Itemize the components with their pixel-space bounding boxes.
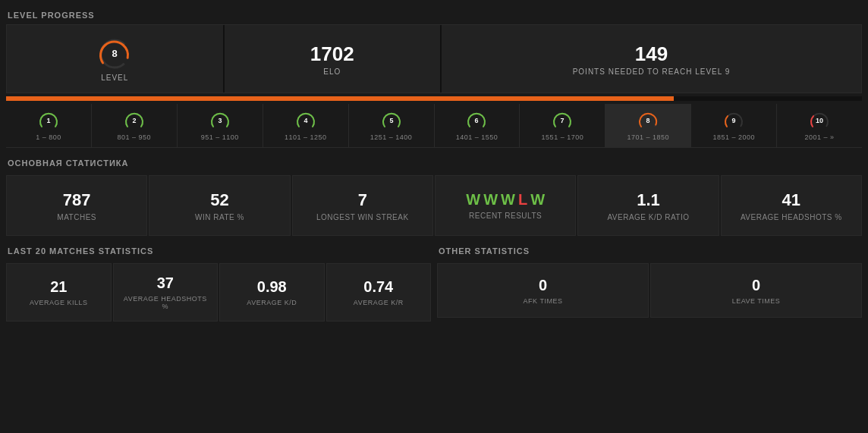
last20-label-0: AVERAGE KILLS bbox=[30, 299, 87, 306]
last20-label-2: AVERAGE K/D bbox=[247, 299, 297, 306]
level-step-1[interactable]: 1 1 – 800 bbox=[6, 104, 92, 147]
level-step-5[interactable]: 5 1251 – 1400 bbox=[349, 104, 435, 147]
last20-card-1: 37 AVERAGE HEADSHOTS % bbox=[113, 263, 219, 322]
other-value-1: 0 bbox=[752, 277, 760, 294]
stat-value-1: 52 bbox=[210, 190, 228, 210]
stat-card-4: 1.1 AVERAGE K/D RATIO bbox=[577, 175, 719, 236]
step-range-6: 1401 – 1550 bbox=[456, 133, 498, 141]
stat-label-2: LONGEST WIN STREAK bbox=[316, 213, 409, 221]
last20-value-1: 37 bbox=[157, 275, 174, 292]
last20-card-3: 0.74 AVERAGE K/R bbox=[326, 263, 432, 322]
level-step-9[interactable]: 9 1851 – 2000 bbox=[691, 104, 777, 147]
result-letter: W bbox=[483, 191, 498, 209]
step-icon-8: 8 bbox=[637, 110, 659, 133]
last20-value-0: 21 bbox=[50, 278, 67, 296]
step-range-1: 1 – 800 bbox=[36, 133, 61, 141]
step-icon-2: 2 bbox=[124, 110, 145, 133]
stat-label-0: MATCHES bbox=[57, 213, 96, 221]
last20-grid: 21 AVERAGE KILLS37 AVERAGE HEADSHOTS %0.… bbox=[6, 263, 431, 322]
step-icon-4: 4 bbox=[295, 110, 316, 133]
step-icon-7: 7 bbox=[552, 110, 573, 133]
svg-text:6: 6 bbox=[475, 117, 479, 124]
other-section: OTHER STATISTICS 0 AFK TIMES0 LEAVE TIME… bbox=[437, 242, 862, 322]
step-range-5: 1251 – 1400 bbox=[370, 133, 413, 141]
svg-text:10: 10 bbox=[816, 117, 823, 124]
level-step-7[interactable]: 7 1551 – 1700 bbox=[520, 104, 605, 147]
other-grid: 0 AFK TIMES0 LEAVE TIMES bbox=[437, 263, 862, 318]
stat-card-1: 52 WIN RATE % bbox=[149, 175, 290, 236]
stat-card-3: WWWLWRECENT RESULTS bbox=[435, 175, 576, 236]
other-card-1: 0 LEAVE TIMES bbox=[650, 263, 862, 318]
step-range-4: 1101 – 1250 bbox=[285, 133, 327, 141]
last20-card-2: 0.98 AVERAGE K/D bbox=[219, 263, 325, 322]
step-range-9: 1851 – 2000 bbox=[712, 133, 755, 141]
level-box: 8 LEVEL bbox=[7, 25, 223, 93]
stat-value-5: 41 bbox=[782, 190, 800, 210]
step-range-7: 1551 – 1700 bbox=[542, 133, 584, 141]
step-icon-6: 6 bbox=[466, 110, 487, 133]
step-icon-10: 10 bbox=[809, 110, 830, 133]
points-box: 149 POINTS NEEDED TO REACH LEVEL 9 bbox=[442, 25, 861, 93]
svg-text:1: 1 bbox=[46, 117, 50, 124]
level-step-2[interactable]: 2 801 – 950 bbox=[92, 104, 178, 147]
step-range-2: 801 – 950 bbox=[118, 133, 152, 141]
stat-value-0: 787 bbox=[63, 190, 91, 210]
last20-value-3: 0.74 bbox=[363, 278, 393, 296]
level-step-3[interactable]: 3 951 – 1100 bbox=[178, 104, 263, 147]
step-range-8: 1701 – 1850 bbox=[627, 133, 670, 141]
result-letter: W bbox=[501, 191, 515, 209]
main-stats-title: ОСНОВНАЯ СТАТИСТИКА bbox=[6, 154, 862, 172]
level-step-8[interactable]: 8 1701 – 1850 bbox=[605, 104, 691, 147]
svg-text:9: 9 bbox=[732, 117, 736, 124]
progress-bar-fill bbox=[6, 96, 674, 101]
main-stats-section: ОСНОВНАЯ СТАТИСТИКА 787 MATCHES52 WIN RA… bbox=[6, 154, 862, 236]
svg-text:8: 8 bbox=[646, 117, 650, 124]
other-title: OTHER STATISTICS bbox=[437, 242, 862, 260]
step-range-10: 2001 – » bbox=[805, 133, 835, 141]
last20-section: LAST 20 MATCHES STATISTICS 21 AVERAGE KI… bbox=[6, 242, 431, 322]
level-progress-container: 8 LEVEL 1702 ELO 149 POINTS NEEDED TO RE… bbox=[6, 24, 862, 93]
last20-value-2: 0.98 bbox=[257, 278, 287, 296]
level-step-10[interactable]: 10 2001 – » bbox=[777, 104, 862, 147]
elo-box: 1702 ELO bbox=[225, 25, 441, 93]
level-step-6[interactable]: 6 1401 – 1550 bbox=[435, 104, 520, 147]
svg-text:2: 2 bbox=[132, 117, 136, 124]
other-label-1: LEAVE TIMES bbox=[732, 297, 781, 305]
last20-label-3: AVERAGE K/R bbox=[354, 299, 404, 306]
stat-label-3: RECENT RESULTS bbox=[469, 212, 542, 220]
step-icon-9: 9 bbox=[723, 110, 744, 133]
stat-value-2: 7 bbox=[358, 190, 367, 210]
stat-label-5: AVERAGE HEADSHOTS % bbox=[741, 213, 842, 221]
svg-text:3: 3 bbox=[218, 117, 222, 124]
other-card-0: 0 AFK TIMES bbox=[437, 263, 649, 318]
progress-bar bbox=[6, 96, 862, 101]
result-letter: L bbox=[518, 191, 527, 209]
level-step-4[interactable]: 4 1101 – 1250 bbox=[263, 104, 349, 147]
elo-label: ELO bbox=[323, 67, 341, 76]
stat-label-4: AVERAGE K/D RATIO bbox=[607, 213, 689, 221]
other-value-0: 0 bbox=[539, 277, 547, 294]
level-label: LEVEL bbox=[101, 74, 128, 82]
result-letter: W bbox=[466, 191, 480, 209]
step-range-3: 951 – 1100 bbox=[201, 133, 239, 141]
stat-card-5: 41 AVERAGE HEADSHOTS % bbox=[721, 175, 862, 236]
level-gauge: 8 bbox=[96, 36, 133, 72]
svg-text:8: 8 bbox=[112, 48, 118, 59]
main-stats-grid: 787 MATCHES52 WIN RATE %7 LONGEST WIN ST… bbox=[6, 175, 862, 236]
level-steps: 1 1 – 800 2 801 – 950 3 951 – 1100 4 110… bbox=[6, 104, 862, 148]
stat-card-2: 7 LONGEST WIN STREAK bbox=[292, 175, 433, 236]
svg-text:7: 7 bbox=[561, 117, 565, 124]
recent-results: WWWLW bbox=[466, 191, 545, 209]
points-label: POINTS NEEDED TO REACH LEVEL 9 bbox=[573, 67, 731, 76]
elo-value: 1702 bbox=[310, 42, 354, 66]
points-value: 149 bbox=[635, 42, 668, 66]
step-icon-5: 5 bbox=[381, 110, 402, 133]
svg-text:4: 4 bbox=[303, 117, 307, 124]
last20-label-1: AVERAGE HEADSHOTS % bbox=[120, 295, 212, 310]
level-progress-title: LEVEL PROGRESS bbox=[6, 6, 862, 24]
svg-text:5: 5 bbox=[389, 117, 393, 124]
bottom-wrapper: LAST 20 MATCHES STATISTICS 21 AVERAGE KI… bbox=[6, 242, 862, 322]
result-letter: W bbox=[530, 191, 545, 209]
last20-card-0: 21 AVERAGE KILLS bbox=[6, 263, 112, 322]
stat-value-4: 1.1 bbox=[637, 190, 660, 210]
